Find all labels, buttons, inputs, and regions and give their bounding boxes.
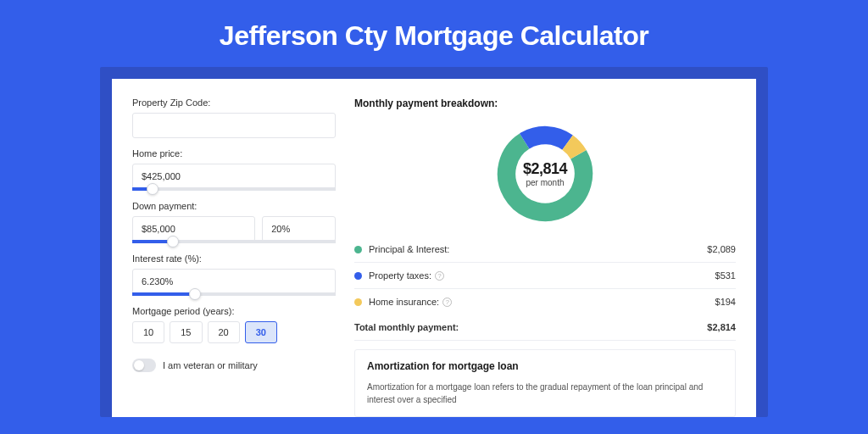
breakdown-row: Principal & Interest:$2,089 [354, 236, 736, 263]
legend-dot [354, 246, 362, 253]
donut-chart: $2,814 per month [354, 120, 736, 236]
outer-card: Property Zip Code: Home price: Down paym… [100, 67, 768, 417]
legend-dot [354, 272, 362, 280]
period-btn-20[interactable]: 20 [208, 321, 240, 343]
down-payment-slider[interactable] [132, 240, 336, 243]
breakdown-value: $531 [715, 270, 736, 281]
period-btn-30[interactable]: 30 [245, 321, 277, 343]
breakdown-label: Property taxes:? [369, 270, 715, 281]
breakdown-value: $194 [715, 297, 736, 307]
breakdown-row: Home insurance:?$194 [354, 289, 736, 314]
legend-dot [354, 298, 362, 306]
donut-amount: $2,814 [523, 160, 567, 178]
rate-field: Interest rate (%): [132, 253, 336, 296]
inputs-panel: Property Zip Code: Home price: Down paym… [132, 97, 336, 417]
veteran-label: I am veteran or military [163, 360, 258, 370]
amortization-section: Amortization for mortgage loan Amortizat… [354, 349, 736, 417]
zip-input[interactable] [132, 113, 336, 138]
donut-sub: per month [526, 178, 564, 187]
slider-thumb[interactable] [167, 236, 179, 248]
period-field: Mortgage period (years): 10152030 [132, 306, 336, 343]
breakdown-rows: Principal & Interest:$2,089Property taxe… [354, 236, 736, 314]
rate-input[interactable] [132, 269, 336, 294]
amortization-title: Amortization for mortgage loan [367, 360, 723, 372]
total-value: $2,814 [707, 322, 736, 332]
amortization-text: Amortization for a mortgage loan refers … [367, 381, 723, 406]
period-buttons: 10152030 [132, 321, 336, 343]
page-title: Jefferson Cty Mortgage Calculator [0, 0, 868, 67]
zip-field: Property Zip Code: [132, 97, 336, 138]
home-price-input[interactable] [132, 164, 336, 189]
slider-thumb[interactable] [189, 288, 201, 300]
slider-thumb[interactable] [147, 183, 159, 195]
info-icon[interactable]: ? [435, 271, 444, 281]
breakdown-label: Home insurance:? [369, 297, 715, 307]
down-payment-field: Down payment: [132, 201, 336, 243]
period-btn-10[interactable]: 10 [132, 321, 164, 343]
period-btn-15[interactable]: 15 [170, 321, 202, 343]
home-price-slider[interactable] [132, 187, 336, 191]
info-icon[interactable]: ? [442, 298, 452, 307]
period-label: Mortgage period (years): [132, 306, 336, 316]
breakdown-panel: Monthly payment breakdown: $2,814 per mo… [354, 97, 736, 417]
breakdown-value: $2,089 [707, 244, 736, 254]
rate-label: Interest rate (%): [132, 253, 336, 264]
rate-slider[interactable] [132, 292, 336, 296]
breakdown-title: Monthly payment breakdown: [354, 97, 736, 109]
down-payment-label: Down payment: [132, 201, 336, 211]
total-label: Total monthly payment: [354, 322, 707, 332]
down-payment-input[interactable] [132, 216, 255, 242]
calculator-card: Property Zip Code: Home price: Down paym… [112, 79, 756, 417]
home-price-label: Home price: [132, 148, 336, 159]
total-row: Total monthly payment: $2,814 [354, 314, 736, 341]
veteran-toggle[interactable] [132, 359, 156, 372]
down-payment-pct-input[interactable] [262, 216, 336, 242]
zip-label: Property Zip Code: [132, 97, 336, 108]
veteran-row: I am veteran or military [132, 359, 336, 372]
breakdown-row: Property taxes:?$531 [354, 263, 736, 289]
breakdown-label: Principal & Interest: [369, 244, 707, 254]
home-price-field: Home price: [132, 148, 336, 191]
